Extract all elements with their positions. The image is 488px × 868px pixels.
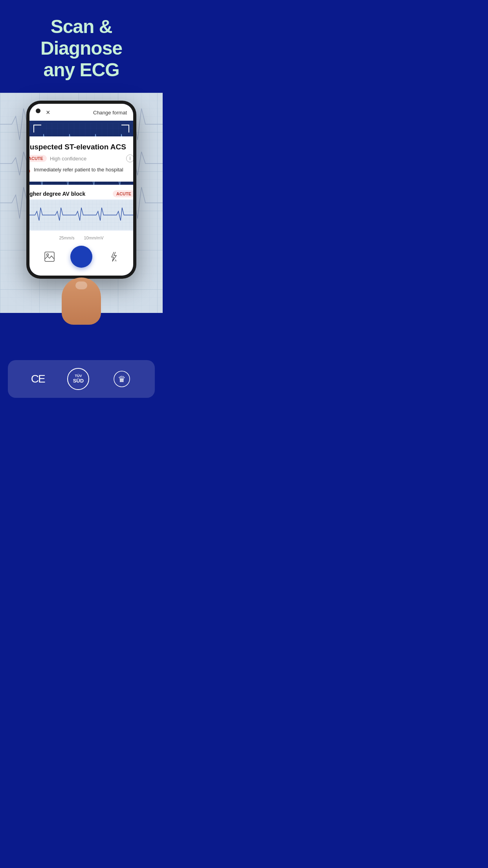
- flash-button[interactable]: A: [106, 250, 120, 264]
- gallery-icon: [44, 251, 55, 262]
- corner-tl: [33, 125, 41, 132]
- capture-button[interactable]: [70, 246, 92, 268]
- page-title: Scan & Diagnose any ECG: [12, 16, 151, 81]
- warning-icon: ⊙: [29, 167, 31, 175]
- certification-bar: CE TÜV SÜD ♛: [8, 360, 155, 398]
- phone-bottom: 25mm/s 10mm/mV: [29, 231, 133, 276]
- speed-info: 25mm/s 10mm/mV: [36, 235, 127, 240]
- confidence-label: High confidence: [50, 156, 86, 162]
- header-section: Scan & Diagnose any ECG: [0, 0, 163, 93]
- primary-diagnosis-title: Suspected ST-elevation ACS: [29, 143, 133, 152]
- svg-rect-6: [45, 252, 54, 261]
- warning-text: Immediately refer patient to the hospita…: [34, 166, 123, 173]
- finger-nail: [75, 281, 87, 289]
- svg-text:A: A: [115, 259, 117, 262]
- svg-text:♛: ♛: [118, 374, 126, 384]
- phone-camera: [36, 108, 40, 113]
- svg-point-7: [47, 254, 49, 256]
- ce-mark: CE: [31, 373, 45, 385]
- info-icon[interactable]: i: [126, 154, 133, 162]
- secondary-diagnosis-label: Higher degree AV block: [29, 191, 85, 197]
- badges-row: ACUTE High confidence i: [29, 154, 133, 162]
- phone-area: × Change format: [0, 93, 163, 313]
- phone-topbar: × Change format: [29, 104, 133, 121]
- royal-crest-icon: ♛: [113, 370, 130, 388]
- ecg-strip-svg: [29, 199, 133, 231]
- warning-row: ⊙ Immediately refer patient to the hospi…: [29, 166, 133, 175]
- gain-label: 10mm/mV: [84, 235, 104, 240]
- phone-inner: × Change format: [29, 104, 133, 276]
- controls-row: A: [36, 246, 127, 268]
- secondary-acute-badge: ACUTE: [113, 190, 133, 197]
- finger: [62, 278, 101, 325]
- scanner-view: Suspected ST-elevation ACS ACUTE High co…: [29, 121, 133, 199]
- secondary-diagnosis-card[interactable]: Higher degree AV block ACUTE: [29, 185, 133, 199]
- tuv-label-top: TÜV: [75, 374, 82, 378]
- tuv-mark: TÜV SÜD: [67, 368, 89, 390]
- flash-icon: A: [108, 251, 119, 262]
- cards-overlay: Suspected ST-elevation ACS ACUTE High co…: [29, 136, 133, 199]
- acute-badge: ACUTE: [29, 155, 47, 162]
- ecg-strip: [29, 199, 133, 231]
- change-format-button[interactable]: Change format: [93, 110, 127, 116]
- gallery-button[interactable]: [42, 250, 57, 264]
- royal-mark: ♛: [112, 369, 132, 389]
- primary-diagnosis-card[interactable]: Suspected ST-elevation ACS ACUTE High co…: [29, 136, 133, 182]
- speed-label: 25mm/s: [59, 235, 74, 240]
- phone-frame: × Change format: [26, 101, 136, 279]
- tuv-label-mid: SÜD: [73, 378, 84, 384]
- badges-left: ACUTE High confidence: [29, 155, 86, 162]
- corner-tr: [121, 125, 129, 132]
